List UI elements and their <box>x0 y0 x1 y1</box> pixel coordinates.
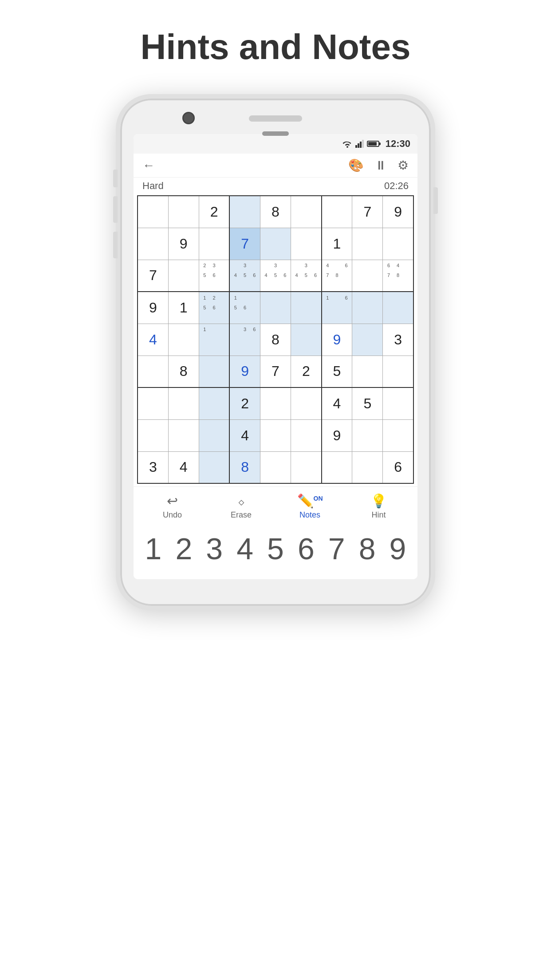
cell-3-4[interactable] <box>260 292 291 324</box>
num-key-3[interactable]: 3 <box>201 531 228 566</box>
cell-2-3[interactable]: 3456 <box>229 260 260 292</box>
cell-3-5[interactable] <box>291 292 322 324</box>
cell-4-3[interactable]: 36 <box>229 324 260 356</box>
undo-button[interactable]: ↩ Undo <box>155 493 190 520</box>
cell-5-1[interactable]: 8 <box>168 356 199 387</box>
cell-8-0[interactable]: 3 <box>138 451 168 483</box>
cell-5-2[interactable] <box>199 356 229 387</box>
cell-2-1[interactable] <box>168 260 199 292</box>
cell-2-2[interactable]: 2356 <box>199 260 229 292</box>
cell-1-4[interactable] <box>260 228 291 260</box>
cell-8-8[interactable]: 6 <box>383 451 413 483</box>
cell-7-5[interactable] <box>291 419 322 451</box>
cell-3-3[interactable]: 156 <box>229 292 260 324</box>
cell-8-3[interactable]: 8 <box>229 451 260 483</box>
cell-0-8[interactable]: 9 <box>383 196 413 228</box>
cell-3-2[interactable]: 1256 <box>199 292 229 324</box>
cell-1-3[interactable]: 7 <box>229 228 260 260</box>
cell-6-2[interactable] <box>199 387 229 419</box>
cell-2-0[interactable]: 7 <box>138 260 168 292</box>
cell-3-8[interactable] <box>383 292 413 324</box>
cell-1-1[interactable]: 9 <box>168 228 199 260</box>
cell-4-4[interactable]: 8 <box>260 324 291 356</box>
cell-4-2[interactable]: 1 <box>199 324 229 356</box>
cell-4-0[interactable]: 4 <box>138 324 168 356</box>
cell-2-7[interactable] <box>352 260 383 292</box>
page-title: Hints and Notes <box>141 27 411 67</box>
cell-8-6[interactable] <box>322 451 352 483</box>
cell-1-8[interactable] <box>383 228 413 260</box>
cell-1-5[interactable] <box>291 228 322 260</box>
cell-1-6[interactable]: 1 <box>322 228 352 260</box>
cell-7-1[interactable] <box>168 419 199 451</box>
cell-3-0[interactable]: 9 <box>138 292 168 324</box>
cell-7-7[interactable] <box>352 419 383 451</box>
settings-button[interactable]: ⚙ <box>398 158 409 173</box>
cell-6-6[interactable]: 4 <box>322 387 352 419</box>
cell-7-2[interactable] <box>199 419 229 451</box>
cell-1-7[interactable] <box>352 228 383 260</box>
cell-8-2[interactable] <box>199 451 229 483</box>
num-key-2[interactable]: 2 <box>170 531 197 566</box>
cell-7-0[interactable] <box>138 419 168 451</box>
num-key-1[interactable]: 1 <box>140 531 166 566</box>
cell-2-4[interactable]: 3456 <box>260 260 291 292</box>
cell-8-4[interactable] <box>260 451 291 483</box>
cell-8-5[interactable] <box>291 451 322 483</box>
cell-5-7[interactable] <box>352 356 383 387</box>
cell-4-7[interactable] <box>352 324 383 356</box>
cell-5-5[interactable]: 2 <box>291 356 322 387</box>
cell-5-0[interactable] <box>138 356 168 387</box>
cell-0-2[interactable]: 2 <box>199 196 229 228</box>
num-key-6[interactable]: 6 <box>293 531 319 566</box>
pause-button[interactable]: ⏸ <box>374 158 387 173</box>
cell-6-3[interactable]: 2 <box>229 387 260 419</box>
cell-2-8[interactable]: 6478 <box>383 260 413 292</box>
cell-8-1[interactable]: 4 <box>168 451 199 483</box>
cell-0-5[interactable] <box>291 196 322 228</box>
cell-2-5[interactable]: 3456 <box>291 260 322 292</box>
num-key-7[interactable]: 7 <box>323 531 350 566</box>
back-button[interactable]: ← <box>142 158 155 173</box>
cell-5-6[interactable]: 5 <box>322 356 352 387</box>
cell-7-4[interactable] <box>260 419 291 451</box>
cell-7-8[interactable] <box>383 419 413 451</box>
erase-button[interactable]: ⬦ Erase <box>224 494 259 520</box>
cell-3-7[interactable] <box>352 292 383 324</box>
cell-0-1[interactable] <box>168 196 199 228</box>
cell-4-5[interactable] <box>291 324 322 356</box>
cell-0-6[interactable] <box>322 196 352 228</box>
cell-6-0[interactable] <box>138 387 168 419</box>
cell-6-1[interactable] <box>168 387 199 419</box>
num-key-8[interactable]: 8 <box>354 531 381 566</box>
cell-1-0[interactable] <box>138 228 168 260</box>
cell-7-6[interactable]: 9 <box>322 419 352 451</box>
hint-button[interactable]: 💡 Hint <box>361 493 397 520</box>
cell-1-2[interactable] <box>199 228 229 260</box>
cell-2-6[interactable]: 4678 <box>322 260 352 292</box>
cell-4-6[interactable]: 9 <box>322 324 352 356</box>
svg-rect-3 <box>362 140 364 148</box>
cell-3-6[interactable]: 16 <box>322 292 352 324</box>
cell-6-5[interactable] <box>291 387 322 419</box>
num-key-5[interactable]: 5 <box>262 531 289 566</box>
cell-6-7[interactable]: 5 <box>352 387 383 419</box>
cell-0-0[interactable] <box>138 196 168 228</box>
palette-icon[interactable]: 🎨 <box>348 158 364 173</box>
cell-8-7[interactable] <box>352 451 383 483</box>
cell-3-1[interactable]: 1 <box>168 292 199 324</box>
cell-5-3[interactable]: 9 <box>229 356 260 387</box>
cell-7-3[interactable]: 4 <box>229 419 260 451</box>
cell-5-8[interactable] <box>383 356 413 387</box>
cell-6-8[interactable] <box>383 387 413 419</box>
cell-0-3[interactable] <box>229 196 260 228</box>
cell-4-8[interactable]: 3 <box>383 324 413 356</box>
cell-0-7[interactable]: 7 <box>352 196 383 228</box>
cell-4-1[interactable] <box>168 324 199 356</box>
cell-6-4[interactable] <box>260 387 291 419</box>
cell-5-4[interactable]: 7 <box>260 356 291 387</box>
notes-button[interactable]: ✏️ON Notes <box>292 493 328 520</box>
cell-0-4[interactable]: 8 <box>260 196 291 228</box>
num-key-4[interactable]: 4 <box>232 531 258 566</box>
num-key-9[interactable]: 9 <box>384 531 411 566</box>
